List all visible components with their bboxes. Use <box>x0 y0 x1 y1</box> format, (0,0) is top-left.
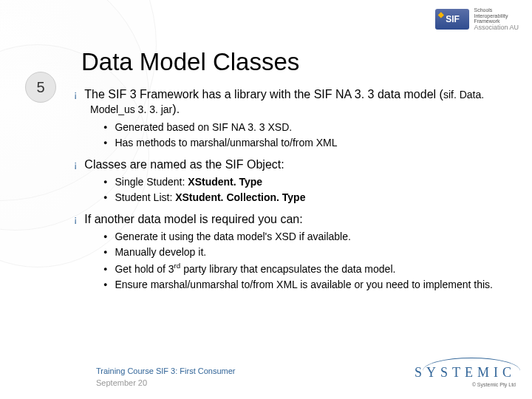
sub-bullet: ●Single Student: XStudent. Type <box>103 175 510 189</box>
slide-number-circle: 5 <box>25 72 56 103</box>
slide-number: 5 <box>25 72 55 101</box>
bullet-3-sublist: ●Generate it using the data model's XSD … <box>103 230 510 291</box>
logo-small-2: Interoperability <box>474 13 519 19</box>
sub-bullet: ●Get hold of 3rd party library that enca… <box>103 261 510 276</box>
sif-badge-text: SIF <box>446 14 460 24</box>
dot-bullet-icon: ● <box>103 123 115 131</box>
sub-bullet-text: Has methods to marshal/unmarshal to/from… <box>115 137 337 149</box>
dot-bullet-icon: ● <box>103 233 115 240</box>
ring-bullet-icon: ¡ <box>74 89 84 100</box>
sif-badge-icon: SIF <box>435 9 469 30</box>
sub-bullet-pre: Student List: <box>115 191 175 203</box>
bullet-1: ¡The SIF 3 Framework has a library with … <box>74 87 510 117</box>
bullet-2-text: Classes are named as the SIF Object: <box>84 158 284 171</box>
footer-line2: September 20 <box>96 378 235 389</box>
sub-bullet: ●Ensure marshal/unmarshal to/from XML is… <box>103 278 510 292</box>
bullet-2-sublist: ●Single Student: XStudent. Type ●Student… <box>103 175 510 205</box>
footer-line1: Training Course SIF 3: First Consumer <box>96 366 235 377</box>
logo-association: Association AU <box>474 24 519 32</box>
sub-bullet: ●Manually develop it. <box>103 245 510 259</box>
dot-bullet-icon: ● <box>103 139 115 146</box>
sub-bullet: ●Has methods to marshal/unmarshal to/fro… <box>103 136 510 150</box>
ring-bullet-icon: ¡ <box>74 214 84 225</box>
logo-small-1: Schools <box>474 7 519 13</box>
sub-bullet-html: Get hold of 3rd party library that encap… <box>115 263 395 275</box>
swoosh-icon <box>423 358 520 372</box>
dot-bullet-icon: ● <box>103 281 115 288</box>
ring-bullet-icon: ¡ <box>74 159 84 170</box>
sub-bullet-text: Ensure marshal/unmarshal to/from XML is … <box>115 279 493 290</box>
bullet-3-text: If another data model is required you ca… <box>84 213 302 225</box>
slide-title: Data Model Classes <box>81 48 299 76</box>
sub-bullet-text: Generated based on SIF NA 3. 3 XSD. <box>115 121 292 133</box>
sub-bullet: ●Generated based on SIF NA 3. 3 XSD. <box>103 120 510 134</box>
sub-bullet-text: Generate it using the data model's XSD i… <box>115 231 350 242</box>
dot-bullet-icon: ● <box>103 248 115 256</box>
sub-bullet: ●Generate it using the data model's XSD … <box>103 230 510 244</box>
sub-bullet-pre: Single Student: <box>115 176 188 188</box>
sif-logo: SIF Schools Interoperability Framework A… <box>435 7 519 32</box>
systemic-logo: SYSTEMIC © Systemic Pty Ltd <box>415 365 516 387</box>
systemic-name: SYSTEMIC <box>415 365 516 381</box>
sub-bullet-text: Manually develop it. <box>115 246 206 258</box>
bullet-1-text-a: The SIF 3 Framework has a library with t… <box>84 88 443 100</box>
bullet-1-text-b: ). <box>172 103 180 115</box>
sub-bullet: ●Student List: XStudent. Collection. Typ… <box>103 191 510 205</box>
footer: Training Course SIF 3: First Consumer Se… <box>96 366 235 389</box>
dot-bullet-icon: ● <box>103 178 115 185</box>
sub-bullet-bold: XStudent. Collection. Type <box>175 191 305 203</box>
dot-bullet-icon: ● <box>103 265 115 273</box>
slide-content: ¡The SIF 3 Framework has a library with … <box>74 87 510 299</box>
sub-bullet-bold: XStudent. Type <box>188 176 262 188</box>
slide-number-text: 5 <box>36 79 44 96</box>
bullet-3: ¡If another data model is required you c… <box>74 212 510 227</box>
dot-bullet-icon: ● <box>103 194 115 201</box>
bullet-2: ¡Classes are named as the SIF Object: <box>74 157 510 172</box>
bullet-1-sublist: ●Generated based on SIF NA 3. 3 XSD. ●Ha… <box>103 120 510 150</box>
sif-logo-text: Schools Interoperability Framework Assoc… <box>474 7 519 32</box>
systemic-copyright: © Systemic Pty Ltd <box>415 382 516 387</box>
